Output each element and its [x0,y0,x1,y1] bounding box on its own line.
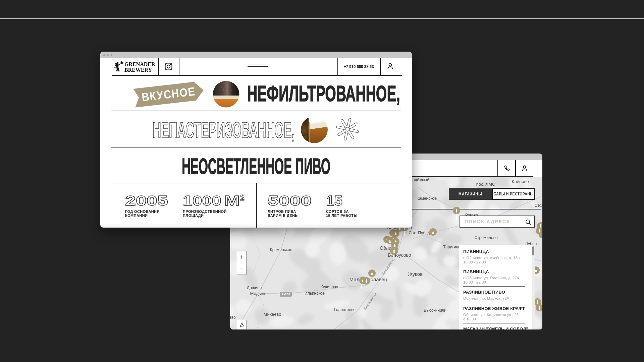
svg-text:2: 2 [240,193,245,202]
svg-text:15: 15 [326,193,342,208]
svg-text:М: М [224,193,240,208]
svg-text:1000: 1000 [183,193,221,208]
svg-text:5000: 5000 [268,193,312,208]
svg-text:2005: 2005 [125,193,168,208]
